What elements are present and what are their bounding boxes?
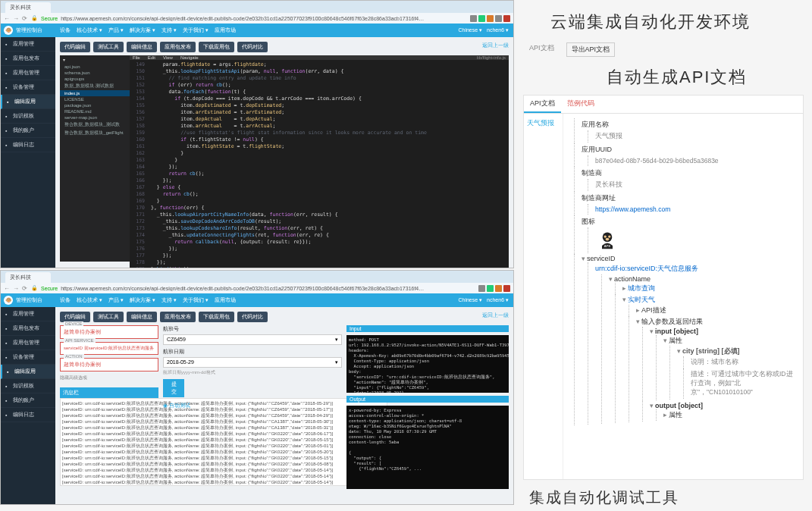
btn-diff[interactable]: 代码对比 xyxy=(237,42,268,52)
url-text[interactable]: https://www.apemesh.com/cn/console/api-d… xyxy=(61,16,467,21)
file-item[interactable]: package.json xyxy=(60,102,130,108)
user-dropdown[interactable]: nchen6 ▾ xyxy=(487,27,509,33)
file-item[interactable]: LICENSE xyxy=(60,96,130,102)
nav-fwd-icon[interactable]: → xyxy=(13,285,19,291)
url-text[interactable]: https://www.apemesh.com/cn/console/api-d… xyxy=(61,286,475,291)
dropdown-icon[interactable]: ▾ xyxy=(335,359,338,365)
caret-icon[interactable]: ▾ xyxy=(663,337,667,344)
sidebar-item[interactable]: ▪编辑应用 xyxy=(1,365,55,379)
autotest-link[interactable]: ◉ 自动测试 xyxy=(163,402,342,409)
sidebar-item[interactable]: ▪编辑日志 xyxy=(1,138,55,152)
nav-back-icon[interactable]: ← xyxy=(4,15,10,21)
nav-item[interactable]: 解决方案 ▾ xyxy=(130,27,155,34)
subtab-sample[interactable]: 范例代码 xyxy=(561,96,600,113)
sidebar-item[interactable]: ▪知识模板 xyxy=(1,379,55,393)
doc-sidebar-item[interactable]: 天气预报 xyxy=(524,114,563,480)
nav-item[interactable]: 核心技术 ▾ xyxy=(77,296,102,304)
nav-item[interactable]: 设备 xyxy=(60,27,71,34)
sidebar-item[interactable]: ▪应用包发布 xyxy=(1,321,55,336)
lang-dropdown[interactable]: Chinese ▾ xyxy=(458,27,482,33)
browser-tab[interactable]: 灵长科技 xyxy=(5,2,51,13)
file-item[interactable]: index.js xyxy=(60,90,130,96)
file-item[interactable]: schema.json xyxy=(60,70,130,76)
code-area[interactable]: 1491501511521531541551561571581591601611… xyxy=(130,60,509,268)
file-item[interactable]: apigroups xyxy=(60,76,130,82)
subtab-apidoc[interactable]: API文档 xyxy=(524,96,561,113)
sidebar-item[interactable]: ▪编辑应用 xyxy=(1,95,55,109)
ext-icon[interactable] xyxy=(495,15,502,22)
ext-icon[interactable] xyxy=(495,285,502,292)
btn-diff[interactable]: 代码对比 xyxy=(237,312,268,322)
btn-code-edit[interactable]: 代码编辑 xyxy=(60,42,90,52)
sidebar-item[interactable]: ▪应用包发布 xyxy=(1,52,55,66)
sidebar-item[interactable]: ▪编辑日志 xyxy=(1,408,55,422)
nav-item[interactable]: 核心技术 ▾ xyxy=(77,27,102,34)
caret-icon[interactable]: ▾ xyxy=(636,318,640,325)
ext-icon[interactable] xyxy=(478,285,485,292)
nav-item[interactable]: 应用市场 xyxy=(215,296,236,304)
tree-action-item[interactable]: 城市查询 xyxy=(628,284,655,293)
file-item[interactable]: 整合数据_数据模块_测试数 xyxy=(60,121,130,129)
btn-download[interactable]: 下载应用包 xyxy=(199,42,234,52)
caret-icon[interactable]: ▸ xyxy=(622,284,626,292)
browser-tab[interactable]: 灵长科技 xyxy=(5,272,51,283)
btn-edit-info[interactable]: 编辑信息 xyxy=(127,312,157,322)
lang-dropdown[interactable]: Chinese ▾ xyxy=(458,297,482,303)
tree-site-link[interactable]: https://www.apemesh.com xyxy=(595,205,798,214)
btn-test-tool[interactable]: 测试工具 xyxy=(93,312,124,322)
ext-icon[interactable] xyxy=(487,15,494,22)
caret-icon[interactable]: ▾ xyxy=(650,402,654,409)
tree-serviceid[interactable]: urn:cdif-io:serviceID:天气信息服务 xyxy=(595,263,798,274)
file-item[interactable]: 数据_数据模块.测试数据 xyxy=(60,82,130,90)
caret-icon[interactable]: ▾ xyxy=(582,255,585,262)
btn-edit-info[interactable]: 编辑信息 xyxy=(127,42,157,52)
caret-icon[interactable]: ▾ xyxy=(622,296,626,303)
caret-icon[interactable]: ▸ xyxy=(663,411,667,419)
back-link[interactable]: 返回上一级 xyxy=(482,312,509,322)
flightno-input[interactable]: CZ6459▾ xyxy=(163,334,342,345)
dropdown-icon[interactable]: ▾ xyxy=(335,337,338,343)
ext-icon[interactable] xyxy=(478,15,485,22)
sidebar-item[interactable]: ▪应用管理 xyxy=(1,37,55,52)
back-link[interactable]: 返回上一级 xyxy=(482,42,509,52)
sidebar-item[interactable]: ▪应用包管理 xyxy=(1,66,55,80)
nav-back-icon[interactable]: ← xyxy=(4,285,10,291)
ext-icon[interactable] xyxy=(487,285,494,292)
nav-fwd-icon[interactable]: → xyxy=(13,15,19,21)
btn-download[interactable]: 下载应用包 xyxy=(199,312,234,322)
btn-publish[interactable]: 应用包发布 xyxy=(160,312,196,322)
submit-button[interactable]: 提交 xyxy=(163,379,184,397)
btn-publish[interactable]: 应用包发布 xyxy=(160,42,196,52)
nav-item[interactable]: 产品 ▾ xyxy=(108,296,124,304)
file-item[interactable]: 整合数据_数据模块_getFlight xyxy=(60,129,130,137)
nav-item[interactable]: 产品 ▾ xyxy=(108,27,124,34)
ext-icon[interactable] xyxy=(503,15,510,22)
nav-item[interactable]: 应用市场 xyxy=(215,27,236,34)
caret-icon[interactable]: ▾ xyxy=(677,347,681,355)
nav-item[interactable]: 关于我们 ▾ xyxy=(183,296,208,304)
caret-icon[interactable]: ▾ xyxy=(609,275,613,283)
export-apidoc-button[interactable]: 导出API文档 xyxy=(566,42,616,57)
code-lines[interactable]: param.flightdate = args.flightdate; _thi… xyxy=(148,60,509,268)
nav-item[interactable]: 关于我们 ▾ xyxy=(183,27,208,34)
ext-icon[interactable] xyxy=(503,285,510,292)
date-input[interactable]: 2018-05-29▾ xyxy=(163,357,342,368)
advanced-toggle[interactable]: 隐藏高级选项 xyxy=(60,375,158,381)
caret-icon[interactable]: ▸ xyxy=(636,306,640,314)
caret-icon[interactable]: ▾ xyxy=(650,328,654,335)
sidebar-item[interactable]: ▪知识模板 xyxy=(1,109,55,124)
sidebar-item[interactable]: ▪应用包管理 xyxy=(1,336,55,350)
file-item[interactable]: README.md xyxy=(60,108,130,114)
nav-item[interactable]: 支持 ▾ xyxy=(161,27,177,34)
nav-item[interactable]: 设备 xyxy=(60,296,71,304)
reload-icon[interactable]: ⟳ xyxy=(22,285,28,291)
sidebar-item[interactable]: ▪我的账户 xyxy=(1,393,55,408)
sidebar-item[interactable]: ▪设备管理 xyxy=(1,350,55,365)
reload-icon[interactable]: ⟳ xyxy=(22,15,28,21)
ext-icon[interactable] xyxy=(470,15,477,22)
sidebar-item[interactable]: ▪我的账户 xyxy=(1,124,55,138)
tree-action-item[interactable]: 实时天气 xyxy=(628,295,655,304)
btn-test-tool[interactable]: 测试工具 xyxy=(93,42,124,52)
tab-apidoc[interactable]: API文档 xyxy=(525,41,559,58)
sidebar-item[interactable]: ▪应用管理 xyxy=(1,307,55,321)
